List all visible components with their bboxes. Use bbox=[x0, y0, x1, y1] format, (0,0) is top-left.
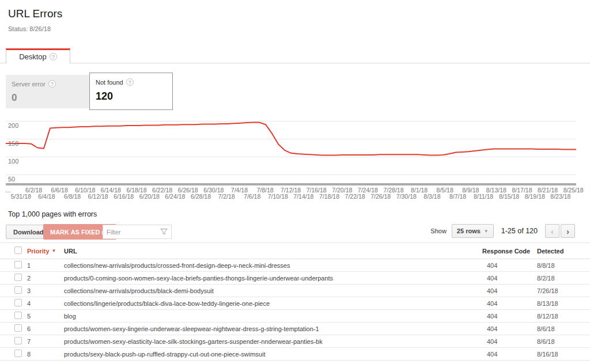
x-axis-label: 6/24/18 bbox=[165, 193, 185, 200]
x-axis-label: 6/28/18 bbox=[191, 193, 211, 200]
x-axis-label: 8/7/18 bbox=[449, 193, 466, 200]
table-section-heading: Top 1,000 pages with errors bbox=[8, 210, 97, 218]
help-icon[interactable]: ? bbox=[126, 78, 134, 86]
pagination: ‹ › bbox=[545, 224, 575, 238]
x-axis-label: 6/4/18 bbox=[38, 193, 55, 200]
next-page-button[interactable]: › bbox=[561, 224, 575, 238]
row-response-code: 404 bbox=[482, 313, 537, 320]
x-axis-label: 8/11/18 bbox=[474, 193, 493, 200]
table-header-row: Priority ▼ URL Response Code Detected bbox=[0, 242, 590, 259]
x-axis-label: 6/12/18 bbox=[88, 193, 108, 200]
filter-field-wrap bbox=[103, 225, 172, 239]
row-response-code: 404 bbox=[482, 287, 537, 294]
column-header-response-code[interactable]: Response Code bbox=[482, 248, 537, 255]
row-url-link[interactable]: products/0-coming-soon-women-sexy-lace-b… bbox=[64, 275, 482, 282]
help-icon[interactable]: ? bbox=[50, 53, 57, 60]
filter-input[interactable] bbox=[103, 229, 160, 236]
row-detected: 8/6/18 bbox=[537, 338, 590, 345]
row-priority: 6 bbox=[27, 325, 64, 332]
row-response-code: 404 bbox=[482, 338, 537, 345]
row-detected: 8/16/18 bbox=[537, 351, 590, 358]
table-row: 3 collections/new-arrivals/products/blac… bbox=[0, 285, 590, 297]
table-row: 4 collections/lingerie/products/black-di… bbox=[0, 297, 590, 310]
x-axis-label: 6/20/18 bbox=[139, 193, 160, 200]
not-found-value: 120 bbox=[96, 90, 167, 103]
sort-desc-icon: ▼ bbox=[52, 248, 56, 253]
not-found-label: Not found bbox=[96, 79, 123, 86]
table-row: 7 products/women-sexy-elasticity-lace-si… bbox=[0, 335, 590, 348]
rows-per-page-select[interactable]: 25 rows ▼ bbox=[452, 224, 494, 238]
row-checkbox[interactable] bbox=[14, 312, 22, 319]
y-axis-label: 200 bbox=[8, 122, 18, 129]
row-url-link[interactable]: collections/new-arrivals/products/black-… bbox=[64, 287, 482, 294]
column-header-priority[interactable]: Priority ▼ bbox=[27, 248, 64, 255]
table-row: 1 collections/new-arrivals/products/cros… bbox=[0, 259, 590, 272]
row-url-link[interactable]: collections/lingerie/products/black-diva… bbox=[64, 300, 482, 307]
x-axis-label: 8/19/18 bbox=[525, 193, 545, 200]
tab-divider bbox=[0, 63, 590, 63]
x-axis-label: 7/14/18 bbox=[293, 193, 313, 200]
row-checkbox[interactable] bbox=[14, 274, 22, 281]
column-header-url[interactable]: URL bbox=[64, 248, 482, 255]
filter-funnel-icon bbox=[160, 228, 168, 236]
x-axis-label: 7/2/18 bbox=[218, 193, 235, 200]
tab-desktop-label: Desktop bbox=[19, 52, 47, 61]
row-checkbox[interactable] bbox=[14, 350, 22, 357]
row-detected: 8/6/18 bbox=[537, 325, 590, 332]
row-priority: 1 bbox=[27, 262, 64, 269]
x-axis-label: 7/22/18 bbox=[345, 193, 365, 200]
row-priority: 8 bbox=[27, 351, 64, 358]
row-detected: 8/13/18 bbox=[537, 300, 590, 307]
column-header-detected[interactable]: Detected bbox=[537, 248, 590, 255]
row-response-code: 404 bbox=[482, 325, 537, 332]
row-priority: 3 bbox=[27, 287, 64, 294]
x-axis-label: 8/25/18 bbox=[563, 187, 584, 194]
row-url-link[interactable]: collections/new-arrivals/products/crosse… bbox=[64, 262, 482, 269]
priority-header-label: Priority bbox=[27, 248, 50, 255]
row-checkbox[interactable] bbox=[14, 286, 22, 294]
table-row: 8 products/sexy-black-push-up-ruffled-st… bbox=[0, 348, 590, 361]
row-response-code: 404 bbox=[482, 351, 537, 358]
server-error-counter[interactable]: Server error ? 0 bbox=[6, 75, 89, 108]
row-response-code: 404 bbox=[482, 262, 537, 269]
x-axis-label: 6/8/18 bbox=[64, 193, 81, 200]
row-url-link[interactable]: products/women-sexy-lingerie-underwear-s… bbox=[64, 325, 482, 332]
row-priority: 4 bbox=[27, 300, 64, 307]
row-priority: 2 bbox=[27, 275, 64, 282]
not-found-counter[interactable]: Not found ? 120 bbox=[89, 73, 173, 110]
url-errors-page: URL Errors Status: 8/26/18 Desktop ? Ser… bbox=[0, 0, 590, 364]
prev-page-button[interactable]: ‹ bbox=[545, 224, 559, 238]
row-detected: 8/12/18 bbox=[537, 313, 590, 320]
status-text: Status: 8/26/18 bbox=[8, 25, 51, 32]
row-checkbox[interactable] bbox=[14, 261, 22, 268]
x-axis-label: 7/6/18 bbox=[244, 193, 260, 200]
row-detected: 8/8/18 bbox=[537, 262, 590, 269]
row-checkbox[interactable] bbox=[14, 337, 22, 344]
row-url-link[interactable]: blog bbox=[64, 313, 482, 320]
row-url-link[interactable]: products/sexy-black-push-up-ruffled-stra… bbox=[64, 351, 482, 358]
table-toolbar: Download MARK AS FIXED (0) Show 25 rows … bbox=[6, 224, 584, 240]
y-axis-label: 100 bbox=[8, 158, 18, 165]
row-checkbox[interactable] bbox=[14, 324, 22, 332]
pagination-range: 1-25 of 120 bbox=[501, 227, 538, 235]
rows-per-page-value: 25 rows bbox=[457, 227, 481, 234]
table-row: 2 products/0-coming-soon-women-sexy-lace… bbox=[0, 272, 590, 285]
row-response-code: 404 bbox=[482, 275, 537, 282]
table-row: 5 blog 404 8/12/18 bbox=[0, 310, 590, 323]
row-detected: 8/2/18 bbox=[537, 275, 590, 282]
row-checkbox[interactable] bbox=[14, 299, 22, 306]
row-priority: 7 bbox=[27, 338, 64, 345]
row-priority: 5 bbox=[27, 313, 64, 320]
chart-canvas bbox=[6, 121, 576, 185]
chevron-down-icon: ▼ bbox=[484, 229, 489, 234]
x-axis-label: 6/16/18 bbox=[114, 193, 134, 200]
x-axis-label: 7/18/18 bbox=[319, 193, 339, 200]
row-url-link[interactable]: products/women-sexy-elasticity-lace-silk… bbox=[64, 338, 482, 345]
help-icon[interactable]: ? bbox=[48, 80, 56, 88]
table-body: 1 collections/new-arrivals/products/cros… bbox=[0, 259, 590, 361]
server-error-label: Server error bbox=[12, 81, 46, 88]
x-axis-label: 8/15/18 bbox=[499, 193, 519, 200]
tab-desktop[interactable]: Desktop ? bbox=[6, 48, 70, 63]
select-all-checkbox[interactable] bbox=[14, 247, 22, 254]
x-axis-label: 7/10/18 bbox=[268, 193, 288, 200]
